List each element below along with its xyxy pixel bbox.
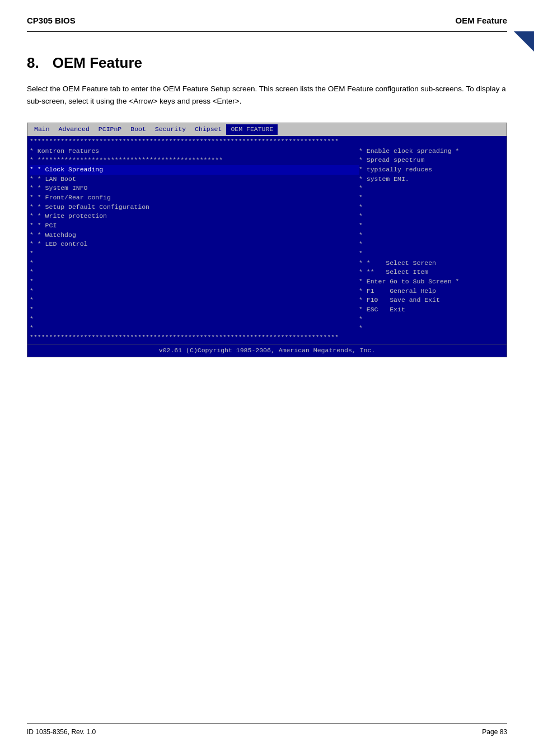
bios-row: * **************************************… (30, 156, 504, 165)
bios-left-cell: * (30, 249, 359, 259)
section-number: 8. (27, 54, 39, 71)
bios-left-cell: * * Watchdog (30, 231, 359, 240)
bios-left-cell: * * Front/Rear config (30, 193, 359, 203)
bios-left-cell: * * LED control (30, 240, 359, 249)
bios-left-cell: * * PCI (30, 221, 359, 231)
bios-row: * * System INFO* (30, 184, 504, 193)
bios-right-cell: * F10 Save and Exit (359, 296, 504, 305)
bios-row: ** (30, 315, 504, 324)
bios-row: * * Write protection* (30, 212, 504, 221)
header-right: OEM Feature (455, 16, 507, 25)
bios-row: ** ESC Exit (30, 305, 504, 315)
bios-left-cell: * Kontron Features (30, 147, 359, 156)
bios-row: * Kontron Features* Enable clock spreadi… (30, 147, 504, 156)
bios-left-cell: * (30, 268, 359, 277)
bios-right-cell: * Enter Go to Sub Screen * (359, 277, 504, 287)
bios-left-cell: * * Setup Default Configuration (30, 203, 359, 212)
bios-right-cell: * (359, 240, 504, 249)
bios-row: * * Watchdog* (30, 231, 504, 240)
bios-right-cell: * (359, 212, 504, 221)
bios-left-cell: * * LAN Boot (30, 175, 359, 184)
page-header: CP305 BIOS OEM Feature (0, 0, 534, 31)
footer-content: ID 1035-8356, Rev. 1.0 Page 83 (27, 728, 507, 736)
bios-left-cell: * (30, 324, 359, 333)
bios-right-cell: * (359, 221, 504, 231)
bios-left-cell: * (30, 315, 359, 324)
bios-row: ** (30, 249, 504, 259)
bios-right-cell: * (359, 193, 504, 203)
bios-right-cell: * (359, 184, 504, 193)
section-description: Select the OEM Feature tab to enter the … (27, 83, 507, 107)
bios-body: ****************************************… (27, 136, 507, 344)
footer-divider (27, 723, 507, 724)
bios-right-cell: * F1 General Help (359, 287, 504, 296)
bios-left-cell: * **************************************… (30, 156, 359, 165)
bios-row: * * Clock Spreading* typically reduces (30, 165, 504, 175)
bios-screen: MainAdvancedPCIPnPBootSecurityChipsetOEM… (27, 123, 507, 357)
bios-row: * * Setup Default Configuration* (30, 203, 504, 212)
bios-right-cell: * system EMI. (359, 175, 504, 184)
bios-row: ** * Select Screen (30, 259, 504, 268)
bios-right-cell: * Spread spectrum (359, 156, 504, 165)
bios-left-cell: * (30, 277, 359, 287)
bios-menu-item: Boot (126, 124, 151, 135)
bios-menu-item: PCIPnP (94, 124, 126, 135)
section-title: 8.OEM Feature (27, 54, 507, 72)
bios-right-cell: * ESC Exit (359, 305, 504, 315)
bios-row: ** Enter Go to Sub Screen * (30, 277, 504, 287)
bios-right-cell: * (359, 203, 504, 212)
bios-right-cell: * Enable clock spreading * (359, 147, 504, 156)
bios-stars-bottom: ****************************************… (30, 333, 504, 343)
bios-row: ** F10 Save and Exit (30, 296, 504, 305)
bios-menu-item: Security (151, 124, 190, 135)
bios-left-cell: * (30, 259, 359, 268)
bios-menu-bar: MainAdvancedPCIPnPBootSecurityChipsetOEM… (27, 123, 507, 136)
bios-row: ** ** Select Item (30, 268, 504, 277)
bios-right-cell: * typically reduces (359, 165, 504, 175)
bios-row: * * LAN Boot* system EMI. (30, 175, 504, 184)
bios-left-cell: * (30, 287, 359, 296)
bios-row: ** F1 General Help (30, 287, 504, 296)
page-footer: ID 1035-8356, Rev. 1.0 Page 83 (0, 723, 534, 736)
bios-left-cell: * * System INFO (30, 184, 359, 193)
header-left: CP305 BIOS (27, 16, 76, 25)
footer-page: Page 83 (482, 728, 507, 736)
bios-menu-item: OEM FEATURE (226, 124, 278, 135)
bios-menu-item: Chipset (190, 124, 226, 135)
bios-right-cell: * ** Select Item (359, 268, 504, 277)
bios-right-cell: * (359, 315, 504, 324)
bios-row: * * LED control* (30, 240, 504, 249)
bios-right-cell: * * Select Screen (359, 259, 504, 268)
bios-footer: v02.61 (C)Copyright 1985-2006, American … (27, 344, 507, 357)
section-heading: OEM Feature (53, 54, 142, 71)
bios-stars-top: ****************************************… (30, 137, 504, 147)
bios-row: ** (30, 324, 504, 333)
bios-left-cell: * (30, 305, 359, 315)
bios-left-cell: * * Write protection (30, 212, 359, 221)
bios-right-cell: * (359, 324, 504, 333)
bios-left-cell: * (30, 296, 359, 305)
bios-right-cell: * (359, 249, 504, 259)
bios-left-cell: * * Clock Spreading (30, 165, 359, 175)
bios-row: * * Front/Rear config* (30, 193, 504, 203)
main-content: 8.OEM Feature Select the OEM Feature tab… (0, 32, 534, 357)
bios-right-cell: * (359, 231, 504, 240)
bios-row: * * PCI* (30, 221, 504, 231)
bios-menu-item: Advanced (54, 124, 94, 135)
footer-id: ID 1035-8356, Rev. 1.0 (27, 728, 96, 736)
bios-menu-item: Main (30, 124, 54, 135)
